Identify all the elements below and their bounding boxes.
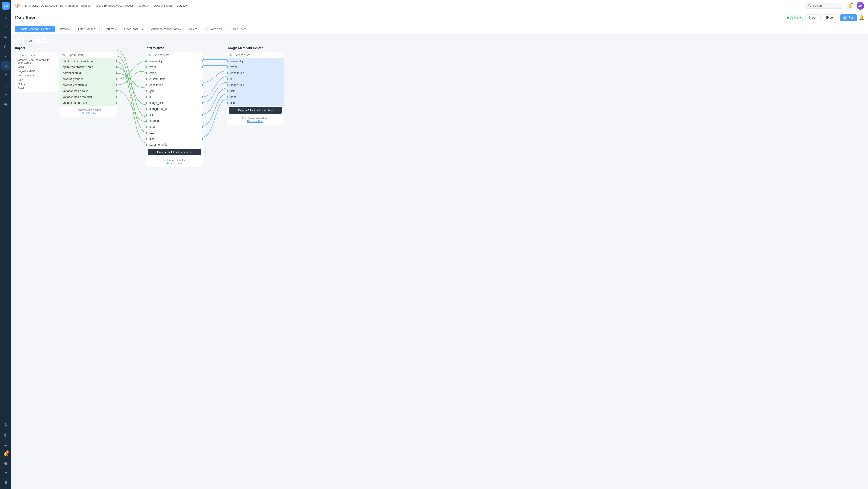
breadcrumb-export[interactable]: 1096034 3. Google Export	[138, 4, 172, 7]
topbar-home-icon[interactable]: 🏠	[15, 3, 20, 8]
sidebar-icon-graph[interactable]: ◎	[1, 430, 10, 439]
preview-item: Logo-Tee-ABC	[18, 69, 56, 73]
import-field-item[interactable]: product group id	[60, 76, 117, 82]
intermediate-field-item[interactable]: gtin	[146, 88, 203, 94]
intermediate-remove-filter[interactable]: Remove Filter	[166, 161, 182, 164]
import-field-item[interactable]: optimized product name	[60, 64, 117, 70]
preview-item: Cotton	[18, 82, 56, 86]
gmc-field-item[interactable]: link	[227, 88, 284, 94]
intermediate-field-item[interactable]: custom_label_0	[146, 76, 203, 82]
export-button[interactable]: Export	[823, 14, 838, 21]
sidebar-icon-shield[interactable]: ⬡	[1, 42, 10, 51]
intermediate-search-input[interactable]	[153, 53, 201, 57]
gmc-drop-zone[interactable]: Drop or Click to add new field	[229, 107, 282, 114]
intermediate-field-item[interactable]: material	[146, 118, 203, 124]
global-search-box[interactable]: 🔍	[805, 3, 843, 8]
intermediate-field-item[interactable]: parent or child	[146, 142, 203, 148]
intermediate-field-item[interactable]: item_group_id	[146, 106, 203, 112]
canvas[interactable]: « ‹ 2/5 › » Import Organic Cotton Organi…	[11, 34, 868, 489]
import-button[interactable]: Import	[805, 14, 820, 21]
hide-show-button[interactable]: Hide/Show ... ▾	[121, 26, 146, 32]
versions-button[interactable]: Versions ▾	[208, 26, 227, 32]
gmc-field-item[interactable]: availability	[227, 58, 284, 64]
sidebar-icon-edit[interactable]: ✎	[1, 90, 10, 99]
intermediate-field-item[interactable]: price	[146, 124, 203, 130]
source-selector-button[interactable]: Google Merchant Center ▾	[15, 26, 55, 32]
notification-badge	[851, 2, 853, 5]
gmc-field-item[interactable]: title	[227, 100, 284, 106]
import-section-title: Import	[15, 46, 58, 52]
import-field-item[interactable]: additional detail material	[60, 58, 117, 64]
import-field-item[interactable]: variation basic material	[60, 94, 117, 100]
user-avatar[interactable]: ZM	[857, 2, 864, 9]
intermediate-field-item[interactable]: title	[146, 136, 203, 142]
app-logo[interactable]: up	[2, 2, 9, 9]
sidebar-icon-bell[interactable]: 🔔	[1, 450, 10, 458]
breadcrumb-account[interactable]: ZAMARTZ - Demo Account For Marketing Pur…	[25, 4, 91, 7]
gmc-hidden-msg: 72 columns are hidden. Remove Filter	[227, 115, 284, 125]
breadcrumb-feed[interactable]: 36286 Example Feed Process	[95, 4, 134, 7]
gmc-search[interactable]: 🔍	[227, 52, 284, 58]
sidebar-icon-refresh[interactable]: ↺	[1, 61, 10, 70]
import-search[interactable]: 🔍	[60, 52, 117, 58]
sidebar-icon-settings-list[interactable]: ☰	[1, 440, 10, 449]
import-field-item[interactable]: product variation id	[60, 82, 117, 88]
intermediate-fields-list: availability brand color	[146, 58, 203, 148]
filter-columns-button[interactable]: Filter Columns	[75, 26, 99, 32]
gmc-remove-filter[interactable]: Remove Filter	[247, 120, 264, 123]
sidebar-icon-flag[interactable]: ⚑	[1, 468, 10, 477]
import-preview-data: Organic Cotton Organic Logo Tea Small, i…	[16, 52, 58, 92]
search-input[interactable]	[813, 4, 841, 7]
filter-boxes-input[interactable]	[229, 26, 262, 32]
status-label: Active	[790, 16, 798, 19]
intermediate-field-item[interactable]: availability	[146, 58, 203, 64]
sort-by-button[interactable]: Sort by ▾	[101, 26, 119, 32]
sidebar-icon-dollar[interactable]: $	[1, 421, 10, 429]
intermediate-search-icon: 🔍	[148, 53, 152, 57]
intermediate-field-item[interactable]: brand	[146, 64, 203, 70]
page-bell-icon[interactable]: 🔔	[859, 15, 864, 20]
notification-icon[interactable]: 🔔	[846, 2, 854, 9]
import-field-item[interactable]: parent or child	[60, 70, 117, 76]
automap-button[interactable]: Automap connections ▾	[148, 26, 184, 32]
import-remove-filter[interactable]: Remove Filter	[81, 111, 97, 114]
intermediate-field-item[interactable]: image_link	[146, 100, 203, 106]
pagination-next-button[interactable]: ›	[35, 38, 40, 43]
delete-button[interactable]: Delete ... ▾	[186, 26, 206, 32]
sidebar-icon-list[interactable]: ≡	[1, 71, 10, 80]
gmc-field-item[interactable]: id	[227, 76, 284, 82]
run-button[interactable]: ▶ Run	[840, 14, 857, 21]
gmc-field-item[interactable]: brand	[227, 64, 284, 70]
intermediate-search[interactable]: 🔍	[146, 52, 203, 58]
gmc-search-input[interactable]	[234, 53, 282, 57]
preview-button[interactable]: Preview	[57, 26, 73, 32]
pagination-last-button[interactable]: »	[41, 38, 46, 43]
gmc-field-item[interactable]: price	[227, 94, 284, 100]
status-badge[interactable]: Active ▾	[785, 15, 804, 21]
sidebar-icon-star[interactable]: ✦	[1, 52, 10, 61]
intermediate-drop-zone[interactable]: Drop or Click to add new field	[148, 149, 201, 155]
sidebar-icon-chart[interactable]: ◉	[1, 100, 10, 108]
pagination-first-button[interactable]: «	[15, 38, 21, 43]
preview-item: Organic Logo Tea Small, in color Azure	[18, 58, 56, 65]
sidebar-icon-grid[interactable]: ⊞	[1, 23, 10, 32]
gmc-field-item[interactable]: image_link	[227, 82, 284, 88]
intermediate-field-item[interactable]: id	[146, 94, 203, 100]
sidebar-icon-plugin[interactable]: ⬟	[1, 459, 10, 467]
intermediate-field-item[interactable]: link	[146, 112, 203, 118]
svg-point-0	[130, 96, 132, 99]
import-search-input[interactable]	[67, 53, 115, 57]
intermediate-field-item[interactable]: description	[146, 82, 203, 88]
sidebar-icon-layers[interactable]: ⊟	[1, 81, 10, 89]
page-title: Dataflow	[15, 15, 35, 21]
import-field-item[interactable]: variation detail size	[60, 100, 117, 106]
intermediate-field-item[interactable]: color	[146, 70, 203, 76]
intermediate-field-item[interactable]: size	[146, 130, 203, 136]
gmc-field-item[interactable]: description	[227, 70, 284, 76]
sidebar-icon-tag[interactable]: ◈	[1, 33, 10, 41]
pagination-prev-button[interactable]: ‹	[22, 38, 27, 43]
sidebar-icon-home[interactable]: ⌂	[1, 14, 10, 22]
import-field-item[interactable]: variation basic color	[60, 88, 117, 94]
sidebar: up ⌂ ⊞ ◈ ⬡ ✦ ↺ ≡ ⊟ ✎ ◉ $ ◎ ☰ 🔔 ⬟ ⚑ ⚙	[0, 0, 11, 489]
sidebar-icon-gear[interactable]: ⚙	[1, 478, 10, 487]
